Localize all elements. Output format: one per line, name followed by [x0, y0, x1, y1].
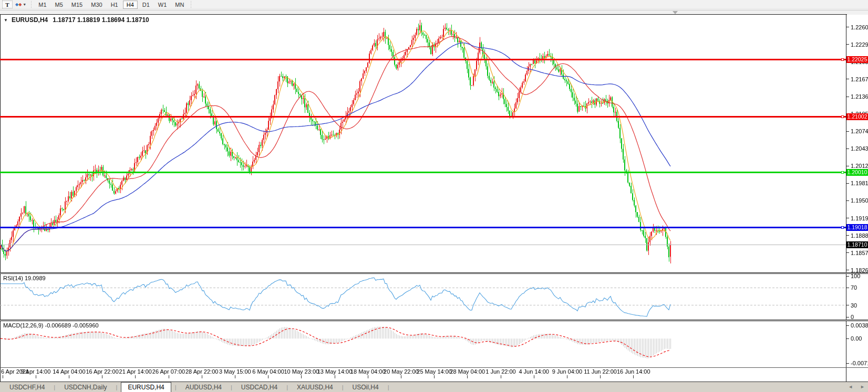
horizontal-line-1.21002[interactable]	[0, 116, 846, 118]
time-tick-mark	[633, 375, 634, 378]
price-tick-label: 1.19500	[851, 197, 868, 204]
price-tick-label: 1.21670	[851, 76, 868, 82]
chart-tab-eurusd-h4[interactable]: EURUSD,H4	[121, 382, 171, 392]
time-tick-mark	[501, 375, 501, 378]
time-tick-label: 9 Apr 14:00	[21, 368, 50, 375]
price-tick-mark	[846, 131, 849, 132]
time-tick-label: 4 Jun 14:00	[519, 368, 549, 375]
time-tick-mark	[368, 375, 368, 378]
hline-price-label: 1.21002	[846, 113, 868, 120]
line-handle[interactable]	[841, 226, 844, 229]
time-tick-mark	[434, 375, 435, 378]
time-tick-label: 26 Apr 07:00	[152, 368, 185, 375]
rsi-tick-mark	[846, 288, 849, 288]
price-tick-label: 1.18880	[851, 232, 868, 239]
time-tick-label: 1 Jun 22:00	[485, 368, 516, 375]
time-tick-label: 16 Apr 22:00	[86, 368, 118, 375]
price-tick-mark	[846, 252, 849, 253]
hline-price-label: 1.20010	[846, 169, 868, 176]
tab-separator: |	[54, 384, 55, 390]
time-tick-label: 14 Apr 04:00	[53, 368, 85, 375]
price-tick-mark	[846, 44, 849, 45]
price-tick-label: 1.20740	[851, 128, 868, 134]
tab-separator: |	[231, 384, 232, 390]
price-tick-label: 1.19810	[851, 180, 868, 186]
horizontal-line-1.22025[interactable]	[0, 59, 846, 60]
time-tick-mark	[268, 375, 268, 378]
price-tick-mark	[846, 79, 849, 79]
tab-separator: |	[175, 384, 177, 390]
chart-ohlc-values: 1.18717 1.18819 1.18694 1.18710	[53, 16, 149, 24]
tab-separator: |	[342, 384, 344, 390]
macd-tick-label: 0.00	[851, 335, 862, 342]
time-tick-mark	[600, 375, 601, 378]
chart-tab-bar: USDCHF,H4|USDCNH,Daily|EURUSD,H4|AUDUSD,…	[0, 382, 868, 392]
price-tick-label: 1.19190	[851, 215, 868, 221]
macd-indicator-label: MACD(12,26,9) -0.006689 -0.005960	[3, 322, 99, 329]
time-tick-mark	[36, 375, 36, 378]
time-tick-label: 28 Apr 22:00	[185, 368, 218, 375]
rsi-tick-label: 70	[851, 284, 857, 291]
time-tick-mark	[467, 375, 468, 378]
tab-separator: |	[388, 384, 389, 390]
chart-header: ▼ EURUSD,H4 1.18717 1.18819 1.18694 1.18…	[4, 16, 149, 24]
time-tick-label: 21 Apr 14:00	[119, 368, 152, 375]
rsi-tick-mark	[846, 305, 849, 305]
chart-symbol-title: EURUSD,H4	[12, 16, 48, 24]
time-tick-label: 6 May 04:00	[252, 368, 284, 375]
tab-scroll-right-icon[interactable]: ►	[860, 384, 865, 390]
macd-tick-mark	[846, 363, 849, 364]
price-tick-mark	[846, 27, 849, 27]
time-tick-mark	[235, 375, 235, 378]
price-tick-label: 1.18570	[851, 250, 868, 256]
line-handle[interactable]	[841, 171, 844, 174]
tab-scroll-arrows: ◄ ►	[848, 384, 865, 390]
chart-tab-usdcnh-daily[interactable]: USDCNH,Daily	[59, 383, 112, 391]
time-tick-mark	[169, 375, 169, 378]
chart-tab-audusd-h4[interactable]: AUDUSD,H4	[180, 383, 227, 391]
time-tick-label: 20 May 22:00	[384, 368, 419, 375]
hline-price-label: 1.22025	[846, 56, 868, 63]
time-tick-mark	[69, 375, 69, 378]
time-tick-label: 9 Jun 04:00	[552, 368, 583, 375]
rsi-tick-mark	[846, 317, 849, 317]
time-tick-mark	[135, 375, 136, 378]
pane-divider-macd[interactable]	[0, 320, 868, 321]
tab-scroll-left-icon[interactable]: ◄	[848, 384, 853, 390]
pane-divider-rsi[interactable]	[0, 272, 868, 274]
collapse-chart-icon[interactable]: ▼	[4, 18, 8, 23]
time-tick-mark	[534, 375, 534, 378]
time-tick-label: 28 May 04:00	[450, 368, 485, 375]
hline-price-label: 1.19018	[846, 224, 868, 231]
horizontal-line-1.20010[interactable]	[0, 172, 846, 173]
current-price-label: 1.18710	[846, 241, 868, 248]
mt4-window: T ◆ ◆ ▼ M1M5M15M30H1H4D1W1MN ▼ EURUSD,H4…	[0, 0, 868, 392]
price-tick-mark	[846, 97, 849, 97]
price-tick-mark	[846, 166, 849, 166]
time-tick-label: 25 May 14:00	[417, 368, 452, 375]
tab-separator: |	[286, 384, 288, 390]
horizontal-line-1.19018[interactable]	[0, 227, 846, 228]
time-tick-mark	[401, 375, 401, 378]
price-tick-label: 1.20430	[851, 145, 868, 152]
price-tick-mark	[846, 218, 849, 218]
tab-separator: |	[116, 384, 118, 390]
price-tick-label: 1.21360	[851, 93, 868, 100]
time-tick-label: 10 May 23:00	[284, 368, 319, 375]
price-tick-label: 1.20120	[851, 163, 868, 169]
line-handle[interactable]	[841, 58, 844, 61]
price-tick-mark	[846, 200, 849, 201]
macd-tick-mark	[846, 338, 849, 339]
time-tick-label: 3 May 15:00	[219, 368, 251, 375]
chart-tab-usdcad-h4[interactable]: USDCAD,H4	[236, 383, 283, 391]
time-tick-mark	[567, 375, 567, 378]
chart-tab-xauusd-h4[interactable]: XAUUSD,H4	[292, 383, 338, 391]
time-tick-mark	[301, 375, 302, 378]
line-handle[interactable]	[841, 115, 844, 118]
current-price-line	[0, 245, 846, 245]
chart-tab-usoil-h4[interactable]: USOil,H4	[347, 383, 384, 391]
time-tick-label: 18 May 04:00	[350, 368, 386, 375]
price-tick-label: 1.22600	[851, 24, 868, 30]
chart-tab-usdchf-h4[interactable]: USDCHF,H4	[4, 383, 50, 391]
price-tick-mark	[846, 149, 849, 149]
